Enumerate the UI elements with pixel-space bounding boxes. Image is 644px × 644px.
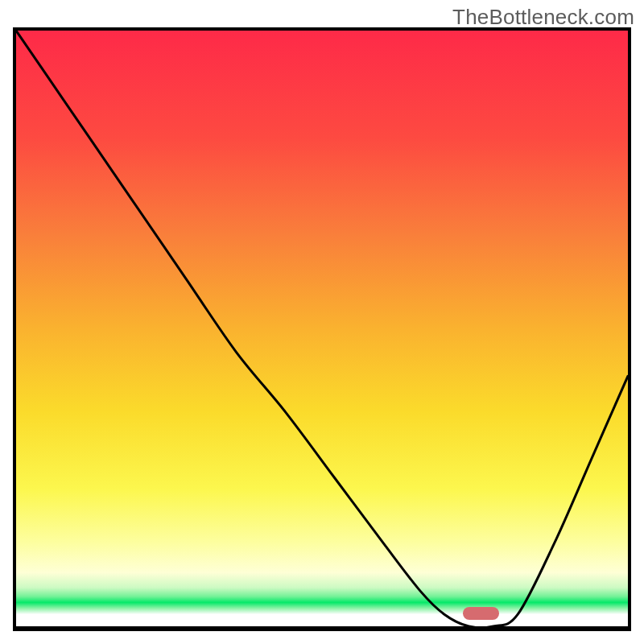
- chart-container: TheBottleneck.com: [0, 0, 644, 644]
- plot-frame: [13, 27, 631, 631]
- minimum-marker: [463, 607, 500, 620]
- bottleneck-curve: [16, 31, 628, 626]
- watermark-text: TheBottleneck.com: [452, 5, 634, 30]
